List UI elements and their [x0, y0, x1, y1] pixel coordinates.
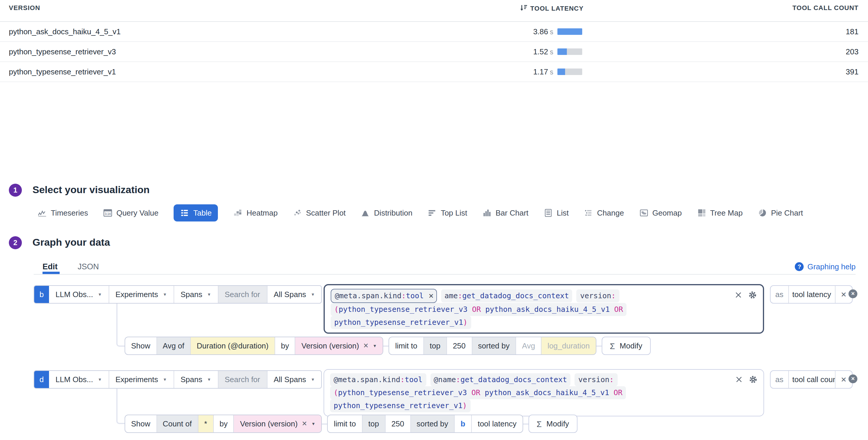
- viz-item-query-value[interactable]: 3.14Query Value: [103, 205, 159, 221]
- source-dropdown[interactable]: LLM Obs...▼: [49, 371, 108, 388]
- show-segment-label: Avg of: [163, 341, 184, 350]
- show-segment-sorted-by[interactable]: sorted by: [471, 337, 516, 354]
- tool-call-count-cell: 203: [590, 47, 868, 56]
- results-table-header: VERSION TOOL LATENCY TOOL CALL COUNT: [0, 0, 868, 22]
- show-segment-count-of[interactable]: Count of: [156, 415, 197, 432]
- show-segment-by[interactable]: by: [213, 415, 234, 432]
- segment-remove-icon[interactable]: ✕: [363, 342, 368, 350]
- latency-bar-fill: [557, 68, 565, 75]
- graphing-help-link[interactable]: ? Graphing help: [795, 262, 856, 271]
- modify-button[interactable]: ΣModify: [602, 337, 651, 355]
- chevron-down-icon: ▼: [207, 292, 211, 296]
- query-token[interactable]: @meta.span.kind:tool: [330, 373, 426, 386]
- query-token[interactable]: (python_typesense_retriever_v3 OR python…: [330, 386, 626, 399]
- viz-item-timeseries[interactable]: Timeseries: [38, 205, 88, 221]
- column-header-tool-latency[interactable]: TOOL LATENCY: [520, 4, 590, 12]
- query-scope-controls: dLLM Obs...▼Experiments▼Spans▼Search for…: [34, 370, 322, 388]
- search-for-label: Search for: [218, 371, 267, 388]
- show-segment-duration-duration[interactable]: Duration (@duration): [190, 337, 274, 354]
- query-token[interactable]: version:: [575, 373, 617, 386]
- query-search-input[interactable]: @meta.span.kind:tool@name:get_datadog_do…: [323, 369, 764, 416]
- clear-query-icon[interactable]: [735, 376, 743, 383]
- show-segment-limit-to[interactable]: limit to: [328, 415, 362, 432]
- show-segment-version-version[interactable]: Version (version)✕▼: [234, 415, 321, 432]
- remove-query-button[interactable]: ✕: [848, 374, 857, 383]
- query-token[interactable]: python_typesense_retriever_v1): [330, 399, 471, 412]
- query-token-part: (: [334, 388, 338, 397]
- show-segment-by[interactable]: by: [275, 337, 295, 354]
- version-cell: python_typesense_retriever_v3: [0, 47, 512, 56]
- chevron-down-icon[interactable]: ▼: [311, 422, 316, 426]
- viz-item-pie-chart[interactable]: Pie Chart: [758, 205, 803, 221]
- show-segment-item[interactable]: *: [197, 415, 213, 432]
- search-scope-dropdown[interactable]: All Spans▼: [267, 371, 321, 388]
- show-segment-show[interactable]: Show: [125, 337, 156, 354]
- viz-item-heatmap[interactable]: Heatmap: [234, 205, 278, 221]
- viz-item-change[interactable]: Change: [584, 205, 624, 221]
- show-segment-avg[interactable]: Avg: [516, 337, 541, 354]
- show-segment-limit-to[interactable]: limit to: [389, 337, 423, 354]
- show-segment-avg-of[interactable]: Avg of: [156, 337, 190, 354]
- query-token-part: OR: [614, 305, 623, 314]
- show-segment-version-version[interactable]: Version (version)✕▼: [295, 337, 383, 354]
- viz-item-table[interactable]: Table: [174, 205, 218, 221]
- query-token[interactable]: ame:get_datadog_docs_context: [441, 289, 572, 303]
- source-dropdown[interactable]: LLM Obs...▼: [49, 286, 108, 303]
- results-table: VERSION TOOL LATENCY TOOL CALL COUNT pyt…: [0, 0, 868, 82]
- query-token[interactable]: python_typesense_retriever_v1): [331, 316, 471, 329]
- alias-input[interactable]: tool latency: [788, 286, 835, 303]
- show-segment-show[interactable]: Show: [125, 415, 156, 432]
- record-type-dropdown[interactable]: Spans▼: [173, 371, 218, 388]
- viz-item-distribution[interactable]: Distribution: [361, 205, 412, 221]
- query-token[interactable]: (python_typesense_retriever_v3 OR python…: [331, 303, 626, 316]
- query-settings-gear-icon[interactable]: [748, 290, 757, 300]
- svg-text:3.14: 3.14: [105, 212, 111, 216]
- modify-button[interactable]: ΣModify: [528, 415, 577, 433]
- query-token[interactable]: version:: [577, 289, 619, 303]
- query-search-input[interactable]: @meta.span.kind:tool✕ame:get_datadog_doc…: [323, 284, 764, 334]
- search-scope-dropdown[interactable]: All Spans▼: [267, 286, 321, 303]
- alias-input[interactable]: tool call count: [788, 371, 835, 388]
- query-token[interactable]: @meta.span.kind:tool✕: [331, 289, 437, 303]
- dataset-dropdown[interactable]: Experiments▼: [108, 286, 173, 303]
- show-segment-b[interactable]: b: [454, 415, 471, 432]
- clear-query-icon[interactable]: [735, 291, 742, 299]
- query-token-part: get_datadog_docs_context: [460, 375, 567, 384]
- token-remove-icon[interactable]: ✕: [428, 289, 434, 303]
- viz-item-list[interactable]: List: [544, 205, 569, 221]
- viz-item-bar-chart[interactable]: Bar Chart: [483, 205, 528, 221]
- query-token-part: @meta.span.kind: [335, 291, 402, 300]
- chevron-down-icon[interactable]: ▼: [373, 344, 377, 348]
- viz-item-label: Distribution: [374, 209, 412, 217]
- query-token-part: :: [456, 375, 460, 384]
- remove-query-button[interactable]: ✕: [848, 289, 857, 298]
- chevron-down-icon: ▼: [311, 377, 315, 381]
- viz-item-top-list[interactable]: Top List: [428, 205, 467, 221]
- segment-remove-icon[interactable]: ✕: [302, 420, 307, 428]
- tab-edit[interactable]: Edit: [42, 262, 58, 271]
- tab-json[interactable]: JSON: [78, 262, 99, 271]
- sort-descending-icon: [520, 4, 527, 12]
- show-segment-group: limit totop250sorted bybtool latency: [327, 415, 523, 433]
- viz-item-scatter-plot[interactable]: Scatter Plot: [293, 205, 345, 221]
- column-header-tool-call-count[interactable]: TOOL CALL COUNT: [590, 4, 868, 11]
- show-segment-sorted-by[interactable]: sorted by: [410, 415, 454, 432]
- show-segment-log-duration[interactable]: log_duration: [541, 337, 595, 354]
- tabs-container: EditJSON: [42, 262, 119, 271]
- record-type-dropdown[interactable]: Spans▼: [173, 286, 218, 303]
- viz-item-geomap[interactable]: Geomap: [639, 205, 682, 221]
- query-token[interactable]: @name:get_datadog_docs_context: [430, 373, 571, 386]
- show-segment-top[interactable]: top: [362, 415, 385, 432]
- latency-cell: 3.86s: [512, 27, 590, 36]
- chevron-down-icon: ▼: [163, 292, 167, 296]
- column-header-version[interactable]: VERSION: [0, 4, 520, 11]
- query-settings-gear-icon[interactable]: [749, 375, 757, 384]
- dataset-dropdown[interactable]: Experiments▼: [108, 371, 173, 388]
- show-segment-top[interactable]: top: [423, 337, 446, 354]
- query-token-part: ame: [445, 291, 458, 300]
- query-line: (python_typesense_retriever_v3 OR python…: [331, 303, 757, 316]
- show-segment-tool-latency[interactable]: tool latency: [471, 415, 523, 432]
- viz-item-tree-map[interactable]: Tree Map: [697, 205, 743, 221]
- show-segment-250[interactable]: 250: [385, 415, 410, 432]
- show-segment-250[interactable]: 250: [446, 337, 471, 354]
